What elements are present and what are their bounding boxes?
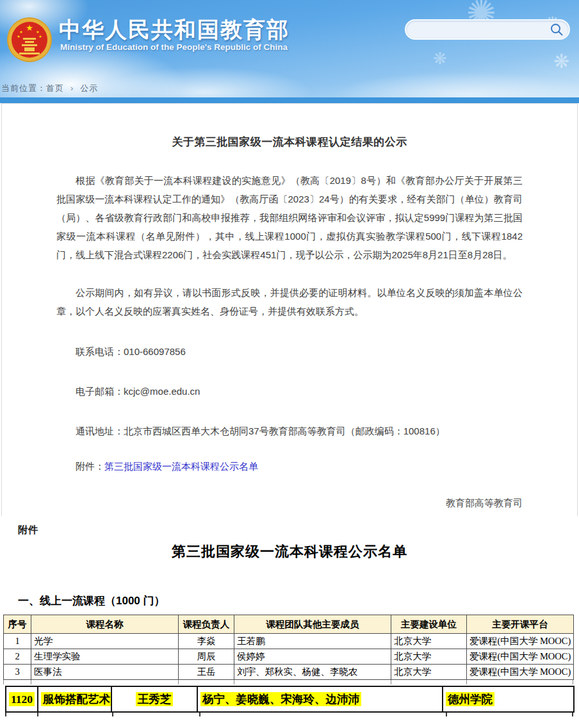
highlighted-table-row: 1120 服饰搭配艺术 王秀芝 杨宁、姜晓巍、宋海玲、边沛沛 德州学院 (6, 686, 574, 712)
cell-school: 北京大学 (391, 634, 467, 649)
table-header-row: 序号 课程名称 课程负责人 课程团队其他主要成员 主要建设单位 主要开课平台 (4, 615, 574, 634)
breadcrumb-separator: › (70, 83, 74, 93)
dandelion-decoration: ❋ (553, 50, 569, 72)
attachment-link[interactable]: 第三批国家级一流本科课程公示名单 (104, 461, 258, 472)
site-subtitle: Ministry of Education of the People's Re… (60, 42, 288, 52)
cell-leader: 王秀芝 (111, 686, 197, 712)
dandelion-decoration: ❋ (433, 49, 447, 68)
cell-course: 光学 (31, 634, 179, 649)
table-row: 3 医事法 王岳 刘宇、郑秋实、杨健、李晓农 北京大学 爱课程(中国大学 MOO… (4, 665, 574, 680)
national-emblem-logo: ★ ★ ★ ★ ★ (6, 17, 53, 63)
notice-paragraph-2: 公示期间内，如有异议，请以书面形式反映，并提供必要的证明材料。以单位名义反映的须… (56, 283, 523, 320)
col-header-course: 课程名称 (31, 615, 179, 634)
cell-leader: 周辰 (179, 649, 234, 665)
svg-text:★: ★ (17, 34, 20, 38)
attachment-page: 附件 第三批国家级一流本科课程公示名单 一、线上一流课程（1000 门） 序号 … (0, 516, 579, 716)
site-title: 中华人民共和国教育部 (59, 15, 290, 45)
col-header-team: 课程团队其他主要成员 (234, 615, 391, 634)
cell-platform: 爱课程(中国大学 MOOC) (467, 665, 574, 680)
cell-leader: 王岳 (179, 665, 234, 680)
highlight-index: 1120 (9, 692, 35, 706)
col-header-platform: 主要开课平台 (467, 615, 574, 634)
contact-email: 电子邮箱：kcjc@moe.edu.cn (56, 382, 523, 401)
cutoff-row-borders (5, 713, 573, 716)
cell-team: 侯婷婷 (234, 649, 391, 665)
courses-table: 序号 课程名称 课程负责人 课程团队其他主要成员 主要建设单位 主要开课平台 1… (3, 615, 574, 680)
cloud-decoration (333, 72, 579, 97)
notice-paragraph-1: 根据《教育部关于一流本科课程建设的实施意见》（教高〔2019〕8号）和《教育部办… (56, 171, 523, 264)
highlighted-row-table: 1120 服饰搭配艺术 王秀芝 杨宁、姜晓巍、宋海玲、边沛沛 德州学院 (5, 686, 575, 713)
attachment-label: 附件： (76, 461, 104, 472)
cell-index: 2 (4, 649, 31, 665)
breadcrumb-current-link[interactable]: 公示 (80, 83, 98, 93)
attachment-heading: 附件 (18, 524, 579, 537)
svg-text:★: ★ (26, 23, 33, 33)
cell-leader: 李焱 (179, 634, 234, 649)
contact-address: 通讯地址：北京市西城区西单大木仓胡同37号教育部高等教育司（邮政编码：10081… (56, 422, 523, 440)
notice-signature: 教育部高等教育司 (56, 493, 523, 512)
cell-team: 王若鹏 (234, 634, 391, 649)
col-header-school: 主要建设单位 (391, 615, 467, 634)
notice-document: 关于第三批国家级一流本科课程认定结果的公示 根据《教育部关于一流本科课程建设的实… (1, 103, 578, 516)
cell-course: 服饰搭配艺术 (38, 686, 111, 712)
cell-school: 北京大学 (391, 649, 467, 665)
cell-course: 生理学实验 (31, 649, 179, 665)
header-divider-band (0, 97, 579, 103)
breadcrumb-home-link[interactable]: 首页 (46, 83, 64, 93)
cutoff-row-borders (3, 680, 573, 684)
cell-index: 1 (4, 634, 31, 649)
cell-platform: 爱课程(中国大学 MOOC) (467, 649, 574, 665)
svg-text:★: ★ (38, 34, 42, 38)
attachment-title: 第三批国家级一流本科课程公示名单 (0, 542, 579, 561)
cell-course: 医事法 (31, 665, 179, 680)
contact-phone: 联系电话：010-66097856 (56, 342, 523, 361)
cell-index: 3 (4, 665, 31, 680)
breadcrumb: 当前位置：首页›公示 (1, 83, 98, 94)
col-header-leader: 课程负责人 (179, 615, 234, 634)
svg-text:★: ★ (19, 29, 22, 34)
cell-school: 德州学院 (443, 686, 574, 712)
cloud-decoration (96, 67, 314, 97)
highlight-school: 德州学院 (446, 692, 494, 706)
highlight-team: 杨宁、姜晓巍、宋海玲、边沛沛 (200, 692, 361, 706)
cell-platform: 爱课程(中国大学 MOOC) (467, 634, 574, 649)
cell-team: 杨宁、姜晓巍、宋海玲、边沛沛 (197, 686, 443, 712)
highlight-leader: 王秀芝 (136, 692, 174, 706)
col-header-index: 序号 (4, 615, 31, 634)
search-box[interactable] (405, 19, 570, 40)
highlight-course: 服饰搭配艺术 (41, 692, 111, 706)
search-input[interactable] (406, 21, 550, 38)
cell-index: 1120 (6, 686, 38, 712)
search-icon[interactable] (550, 22, 564, 37)
table-row: 2 生理学实验 周辰 侯婷婷 北京大学 爱课程(中国大学 MOOC) (4, 649, 574, 665)
cell-school: 北京大学 (391, 665, 467, 680)
table-row: 1 光学 李焱 王若鹏 北京大学 爱课程(中国大学 MOOC) (4, 634, 574, 649)
cell-team: 刘宇、郑秋实、杨健、李晓农 (234, 665, 391, 680)
site-header: ✺ ✺ ❋ ❋ ★ ★ ★ ★ ★ 中华人民共和国教育部 Ministry of… (0, 0, 579, 97)
svg-text:★: ★ (36, 29, 39, 34)
notice-title: 关于第三批国家级一流本科课程认定结果的公示 (56, 135, 523, 149)
breadcrumb-label: 当前位置： (1, 83, 46, 93)
attachment-line: 附件：第三批国家级一流本科课程公示名单 (56, 457, 523, 476)
section-title-online-courses: 一、线上一流课程（1000 门） (18, 593, 579, 608)
